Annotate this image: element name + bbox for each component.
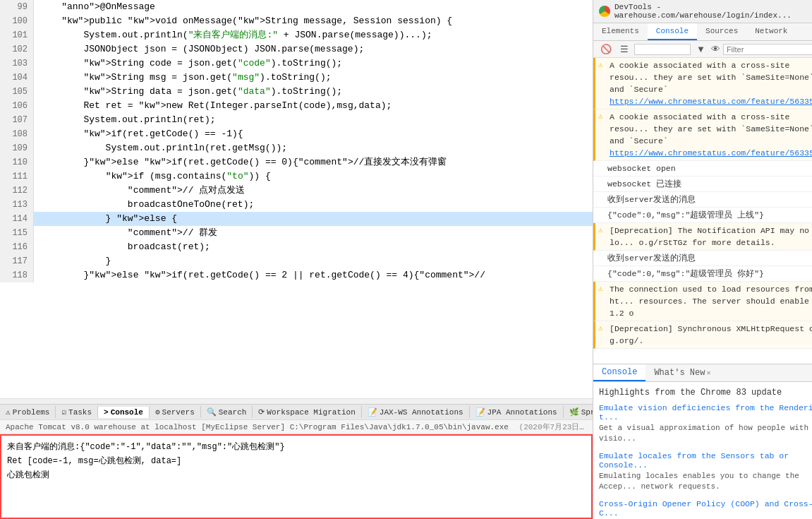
line-content: }"kw">else "kw">if(ret.getCode() == 0){"… bbox=[34, 155, 593, 169]
console-message: {"code":0,"msg":"超级管理员 你好"} bbox=[593, 266, 812, 282]
console-message: websocket open bbox=[593, 161, 812, 177]
clear-console-button[interactable]: 🚫 bbox=[598, 42, 614, 56]
code-line: 110 }"kw">else "kw">if(ret.getCode() == … bbox=[0, 155, 593, 169]
console-message: A cookie associated with a cross-site re… bbox=[593, 58, 812, 109]
bottom-tab-problems[interactable]: ⚠Problems bbox=[0, 406, 56, 418]
message-text: A cookie associated with a cross-site re… bbox=[610, 61, 812, 94]
line-content: System.out.println(ret); bbox=[34, 113, 593, 127]
tab-icon: ⚙ bbox=[155, 407, 160, 417]
code-line: 116 broadcast(ret); bbox=[0, 240, 593, 254]
line-number: 112 bbox=[0, 184, 34, 198]
line-number: 114 bbox=[0, 212, 34, 226]
line-number: 101 bbox=[0, 28, 34, 42]
console-messages: A cookie associated with a cross-site re… bbox=[593, 58, 812, 364]
console-message: A cookie associated with a cross-site re… bbox=[593, 109, 812, 161]
code-line: 111 "kw">if (msg.contains("to")) { bbox=[0, 169, 593, 184]
bottom-tab-servers[interactable]: ⚙Servers bbox=[150, 406, 201, 418]
whats-new-item-title: Emulate locales from the Sensors tab or … bbox=[599, 451, 812, 470]
bottom-tab-tasks[interactable]: ☑Tasks bbox=[56, 406, 98, 418]
code-line: 115 "comment">// 群发 bbox=[0, 226, 593, 240]
message-link[interactable]: https://www.chromestatus.com/feature/563… bbox=[610, 148, 812, 157]
console-output-line: Ret [code=-1, msg=心跳包检测, data=] bbox=[7, 454, 586, 468]
line-content: } "kw">else { bbox=[34, 212, 593, 226]
bottom-tab-spri[interactable]: 🌿Spri bbox=[564, 406, 593, 418]
devtools-bottom: Console What's New ✕ Highlights from the… bbox=[593, 364, 812, 519]
whats-new-header: Highlights from the Chrome 83 update bbox=[599, 388, 812, 398]
message-text: The connection used to load resources fr… bbox=[610, 285, 812, 318]
bottom-tab-search[interactable]: 🔍Search bbox=[201, 406, 253, 418]
code-line: 99 "anno">@OnMessage bbox=[0, 0, 593, 14]
dropdown-arrow-button[interactable]: ▼ bbox=[693, 42, 708, 56]
tab-icon: 📝 bbox=[368, 407, 377, 417]
filter-input[interactable] bbox=[723, 44, 812, 55]
line-number: 106 bbox=[0, 99, 34, 113]
devtools-toolbar: 🚫 ☰ top ▼ 👁 bbox=[593, 41, 812, 58]
line-content: "kw">if(ret.getCode() == -1){ bbox=[34, 127, 593, 141]
line-content: "kw">public "kw">void onMessage("kw">Str… bbox=[34, 14, 593, 28]
tab-icon: ⚠ bbox=[6, 407, 11, 417]
devtools-tab-console[interactable]: Console bbox=[648, 23, 697, 40]
line-number: 103 bbox=[0, 56, 34, 71]
eclipse-bottom-tabs: ⚠Problems☑Tasks>Console⚙Servers🔍Search⟳W… bbox=[0, 404, 593, 419]
code-line: 105 "kw">String data = json.get("data").… bbox=[0, 85, 593, 99]
eye-button[interactable]: 👁 bbox=[711, 44, 720, 54]
code-line: 117 } bbox=[0, 254, 593, 268]
code-line: 103 "kw">String code = json.get("code").… bbox=[0, 56, 593, 71]
line-number: 99 bbox=[0, 0, 34, 14]
close-whats-new-button[interactable]: ✕ bbox=[706, 369, 710, 377]
message-text: websocket open bbox=[607, 164, 676, 173]
line-number: 117 bbox=[0, 254, 34, 268]
bottom-tab-jpa-annotations[interactable]: 📝JPA Annotations bbox=[470, 406, 564, 418]
line-content: }"kw">else "kw">if(ret.getCode() == 2 ||… bbox=[34, 268, 593, 282]
tab-label: Servers bbox=[162, 408, 195, 417]
code-lines: 99 "anno">@OnMessage100 "kw">public "kw"… bbox=[0, 0, 593, 398]
tab-icon: ☑ bbox=[61, 407, 66, 417]
tab-label: JAX-WS Annotations bbox=[380, 408, 463, 417]
console-output: 来自客户端的消息:{"code":"-1","data":"","msg":"心… bbox=[0, 434, 593, 519]
line-content: Ret ret = "kw">new Ret(Integer.parseInt(… bbox=[34, 99, 593, 113]
tab-whats-new[interactable]: What's New ✕ bbox=[646, 364, 719, 381]
whats-new-item-desc: Get a visual approximation of how people… bbox=[599, 423, 812, 444]
code-line: 109 System.out.println(ret.getMsg()); bbox=[0, 141, 593, 155]
message-text: websocket 已连接 bbox=[607, 179, 681, 189]
tab-icon: 📝 bbox=[475, 407, 485, 417]
code-line: 102 JSONObject json = (JSONObject) JSON.… bbox=[0, 42, 593, 56]
console-message: 收到server发送的消息 bbox=[593, 251, 812, 266]
line-content: System.out.println("来自客户端的消息:" + JSON.pa… bbox=[34, 28, 593, 42]
console-message: The connection used to load resources fr… bbox=[593, 282, 812, 321]
whats-new-item[interactable]: Cross-Origin Opener Policy (COOP) and Cr… bbox=[599, 499, 812, 518]
whats-new-item[interactable]: Emulate vision deficiencies from the Ren… bbox=[599, 403, 812, 444]
line-content: broadcastOneToOne(ret); bbox=[34, 198, 593, 212]
message-text: 收到server发送的消息 bbox=[607, 253, 696, 263]
tab-label: JPA Annotations bbox=[487, 408, 557, 417]
chrome-icon bbox=[599, 6, 610, 17]
tab-label: Tasks bbox=[68, 408, 92, 417]
line-number: 107 bbox=[0, 113, 34, 127]
line-content: } bbox=[34, 254, 593, 268]
line-number: 113 bbox=[0, 198, 34, 212]
whats-new-items: Emulate vision deficiencies from the Ren… bbox=[599, 403, 812, 518]
line-number: 100 bbox=[0, 14, 34, 28]
tab-label: Spri bbox=[581, 408, 593, 417]
message-link[interactable]: https://www.chromestatus.com/feature/563… bbox=[610, 97, 812, 106]
devtools-tab-network[interactable]: Network bbox=[746, 23, 796, 40]
line-number: 115 bbox=[0, 226, 34, 240]
message-text: [Deprecation] The Notification API may n… bbox=[610, 226, 809, 247]
bottom-tab-jax-ws-annotations[interactable]: 📝JAX-WS Annotations bbox=[362, 406, 470, 418]
devtools-tab-sources[interactable]: Sources bbox=[697, 23, 746, 40]
tab-console-bottom[interactable]: Console bbox=[593, 364, 646, 381]
top-context-input[interactable]: top bbox=[634, 44, 691, 55]
line-content: System.out.println(ret.getMsg()); bbox=[34, 141, 593, 155]
bottom-tab-workspace-migration[interactable]: ⟳Workspace Migration bbox=[253, 406, 361, 418]
whats-new-item[interactable]: Emulate locales from the Sensors tab or … bbox=[599, 451, 812, 492]
message-text: [Deprecation] Synchronous XMLHttpRequest… bbox=[610, 324, 812, 345]
code-line: 107 System.out.println(ret); bbox=[0, 113, 593, 127]
line-content: "comment">// 点对点发送 bbox=[34, 184, 593, 198]
horizontal-scrollbar[interactable] bbox=[0, 398, 593, 404]
console-output-line: 来自客户端的消息:{"code":"-1","data":"","msg":"心… bbox=[7, 440, 586, 454]
devtools-tab-elements[interactable]: Elements bbox=[593, 23, 648, 40]
line-number: 108 bbox=[0, 127, 34, 141]
bottom-tab-console[interactable]: >Console bbox=[98, 407, 150, 418]
message-text: A cookie associated with a cross-site re… bbox=[610, 112, 812, 145]
toggle-sidebar-button[interactable]: ☰ bbox=[617, 42, 631, 56]
